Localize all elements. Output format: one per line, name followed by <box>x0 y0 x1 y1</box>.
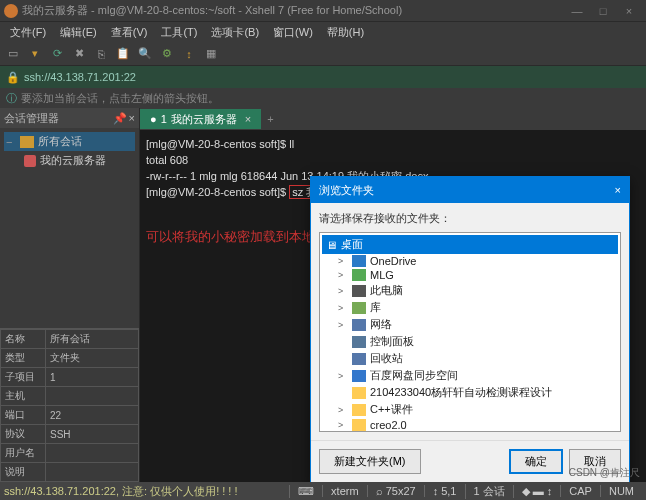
info-icon: ⓘ <box>6 91 17 106</box>
folder-item[interactable]: >库 <box>322 299 618 316</box>
ok-button[interactable]: 确定 <box>509 449 563 474</box>
menu-window[interactable]: 窗口(W) <box>267 23 319 42</box>
hint-text: 要添加当前会话，点击左侧的箭头按钮。 <box>21 91 219 106</box>
status-cap: CAP <box>560 485 600 497</box>
open-icon[interactable]: ▾ <box>26 45 44 63</box>
tree-item-label: 我的云服务器 <box>40 153 106 168</box>
menu-edit[interactable]: 编辑(E) <box>54 23 103 42</box>
disconnect-icon[interactable]: ✖ <box>70 45 88 63</box>
fold-icon <box>352 419 366 431</box>
ctrl-icon <box>352 336 366 348</box>
lock-icon: 🔒 <box>6 71 20 84</box>
folder-item[interactable]: 回收站 <box>322 350 618 367</box>
menu-help[interactable]: 帮助(H) <box>321 23 370 42</box>
sync-icon <box>352 370 366 382</box>
folder-tree-root[interactable]: 🖥桌面 <box>322 235 618 254</box>
folder-item[interactable]: >C++课件 <box>322 401 618 418</box>
tab-label: 我的云服务器 <box>171 112 237 127</box>
maximize-button[interactable]: □ <box>590 5 616 17</box>
folder-tree[interactable]: 🖥桌面 >OneDrive>MLG>此电脑>库>网络控制面板回收站>百度网盘同步… <box>319 232 621 432</box>
folder-item[interactable]: 2104233040杨轩轩自动检测课程设计 <box>322 384 618 401</box>
menu-tabs[interactable]: 选项卡(B) <box>205 23 265 42</box>
new-tab-button[interactable]: + <box>261 113 279 125</box>
user-icon <box>352 269 366 281</box>
hintbar: ⓘ 要添加当前会话，点击左侧的箭头按钮。 <box>0 88 646 108</box>
expand-icon[interactable]: > <box>338 303 348 313</box>
server-icon <box>24 155 36 167</box>
folder-item[interactable]: >此电脑 <box>322 282 618 299</box>
expand-icon[interactable]: > <box>338 270 348 280</box>
folder-label: 此电脑 <box>370 283 403 298</box>
transfer-icon[interactable]: ↕ <box>180 45 198 63</box>
status-cursor: ↕ 5,1 <box>424 485 465 497</box>
menu-file[interactable]: 文件(F) <box>4 23 52 42</box>
paste-icon[interactable]: 📋 <box>114 45 132 63</box>
minimize-button[interactable]: — <box>564 5 590 17</box>
menu-tools[interactable]: 工具(T) <box>155 23 203 42</box>
fold-icon <box>352 404 366 416</box>
folder-label: OneDrive <box>370 255 416 267</box>
statusbar: ssh://43.138.71.201:22, 注意: 仅供个人使用! ! ! … <box>0 482 646 500</box>
copy-icon[interactable]: ⎘ <box>92 45 110 63</box>
palette-icon[interactable]: ▦ <box>202 45 220 63</box>
window-title: 我的云服务器 - mlg@VM-20-8-centos:~/soft - Xsh… <box>22 3 564 18</box>
folder-item[interactable]: >creo2.0 <box>322 418 618 432</box>
folder-label: 百度网盘同步空间 <box>370 368 458 383</box>
status-keyboard: ⌨ <box>289 485 322 498</box>
sidebar-header: 会话管理器 📌× <box>0 108 139 128</box>
properties-panel: 名称所有会话 类型文件夹 子项目1 主机 端口22 协议SSH 用户名 说明 <box>0 328 139 482</box>
dialog-label: 请选择保存接收的文件夹： <box>319 211 621 226</box>
folder-item[interactable]: >网络 <box>322 316 618 333</box>
folder-item[interactable]: >MLG <box>322 268 618 282</box>
bin-icon <box>352 353 366 365</box>
expand-icon[interactable]: > <box>338 420 348 430</box>
folder-item[interactable]: >百度网盘同步空间 <box>322 367 618 384</box>
close-panel-icon[interactable]: × <box>129 112 135 125</box>
tab-number: 1 <box>161 113 167 125</box>
tab-close-icon[interactable]: × <box>245 113 251 125</box>
expand-icon[interactable]: > <box>338 320 348 330</box>
prop-row: 用户名 <box>1 444 139 463</box>
properties-table: 名称所有会话 类型文件夹 子项目1 主机 端口22 协议SSH 用户名 说明 <box>0 329 139 482</box>
new-folder-button[interactable]: 新建文件夹(M) <box>319 449 421 474</box>
expand-icon[interactable]: > <box>338 256 348 266</box>
dialog-titlebar: 浏览文件夹 × <box>311 177 629 203</box>
tab-status-icon: ● <box>150 113 157 125</box>
toolbar: ▭ ▾ ⟳ ✖ ⎘ 📋 🔍 ⚙ ↕ ▦ <box>0 42 646 66</box>
status-sessions: 1 会话 <box>465 484 513 499</box>
tree-root[interactable]: − 所有会话 <box>4 132 135 151</box>
prop-row: 类型文件夹 <box>1 349 139 368</box>
desktop-icon: 🖥 <box>326 239 337 251</box>
status-left: ssh://43.138.71.201:22, 注意: 仅供个人使用! ! ! … <box>4 484 289 499</box>
expand-icon[interactable]: > <box>338 405 348 415</box>
folder-item[interactable]: >OneDrive <box>322 254 618 268</box>
find-icon[interactable]: 🔍 <box>136 45 154 63</box>
tab-bar: ● 1 我的云服务器 × + <box>140 108 646 130</box>
props-icon[interactable]: ⚙ <box>158 45 176 63</box>
fold-icon <box>352 387 366 399</box>
net-icon <box>352 319 366 331</box>
close-button[interactable]: × <box>616 5 642 17</box>
expand-icon[interactable]: > <box>338 371 348 381</box>
expand-icon[interactable]: > <box>338 286 348 296</box>
addressbar[interactable]: 🔒 ssh://43.138.71.201:22 <box>0 66 646 88</box>
dialog-close-button[interactable]: × <box>615 184 621 196</box>
sidebar: 会话管理器 📌× − 所有会话 我的云服务器 名称所有会话 类型文件夹 子项目1… <box>0 108 140 486</box>
prop-row: 主机 <box>1 387 139 406</box>
browse-folder-dialog: 浏览文件夹 × 请选择保存接收的文件夹： 🖥桌面 >OneDrive>MLG>此… <box>310 176 630 483</box>
collapse-icon[interactable]: − <box>6 136 16 148</box>
tree-item-server[interactable]: 我的云服务器 <box>4 151 135 170</box>
menubar: 文件(F) 编辑(E) 查看(V) 工具(T) 选项卡(B) 窗口(W) 帮助(… <box>0 22 646 42</box>
tab-active[interactable]: ● 1 我的云服务器 × <box>140 109 261 129</box>
pin-icon[interactable]: 📌 <box>113 112 127 125</box>
folder-label: MLG <box>370 269 394 281</box>
pc-icon <box>352 285 366 297</box>
folder-item[interactable]: 控制面板 <box>322 333 618 350</box>
new-session-icon[interactable]: ▭ <box>4 45 22 63</box>
folder-label: 网络 <box>370 317 392 332</box>
menu-view[interactable]: 查看(V) <box>105 23 154 42</box>
dialog-body: 请选择保存接收的文件夹： 🖥桌面 >OneDrive>MLG>此电脑>库>网络控… <box>311 203 629 440</box>
reconnect-icon[interactable]: ⟳ <box>48 45 66 63</box>
prop-row: 子项目1 <box>1 368 139 387</box>
folder-label: 库 <box>370 300 381 315</box>
